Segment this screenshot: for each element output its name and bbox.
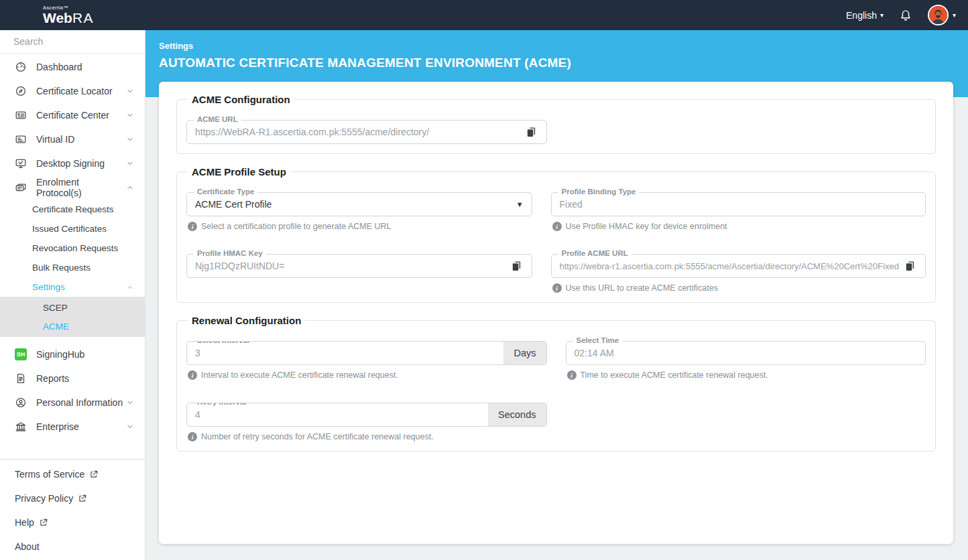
certificate-type-value: ACME Cert Profile bbox=[195, 199, 511, 210]
chevron-down-icon bbox=[126, 87, 134, 95]
app-logo: Ascertia™ WebRA bbox=[43, 5, 94, 25]
chevron-down-icon: ▾ bbox=[880, 11, 884, 19]
sidebar-item-label: Enrolment Protocol(s) bbox=[36, 177, 126, 198]
language-dropdown[interactable]: English ▾ bbox=[846, 10, 884, 21]
sidebar-item-label: Certificate Requests bbox=[32, 204, 114, 214]
chevron-down-icon bbox=[126, 159, 134, 167]
search-input[interactable] bbox=[13, 36, 135, 47]
sidebar-item-personal-information[interactable]: Personal Information bbox=[0, 391, 145, 415]
sidebar-item-label: Reports bbox=[36, 373, 69, 384]
chevron-down-icon: ▾ bbox=[953, 11, 956, 19]
chevron-down-icon bbox=[126, 399, 134, 407]
field-hint: i Use this URL to create ACME certificat… bbox=[552, 283, 926, 293]
retry-interval-field: Retry Interval 4 Seconds bbox=[186, 403, 547, 427]
sidebar-search bbox=[0, 30, 145, 54]
dashboard-icon bbox=[15, 61, 27, 73]
certificate-type-select[interactable]: Certificate Type ACME Cert Profile ▼ bbox=[186, 192, 532, 216]
chevron-up-icon bbox=[126, 184, 134, 192]
sidebar-item-enrolment-protocols[interactable]: Enrolment Protocol(s) bbox=[0, 176, 145, 200]
link-label: About bbox=[15, 541, 40, 552]
link-label: Help bbox=[15, 517, 34, 528]
link-label: Privacy Policy bbox=[15, 493, 73, 504]
info-icon: i bbox=[552, 283, 562, 293]
person-icon bbox=[15, 397, 27, 409]
field-hint: i Number of retry seconds for ACME certi… bbox=[188, 432, 547, 441]
sidebar-item-enterprise[interactable]: Enterprise bbox=[0, 415, 145, 439]
id-card-icon bbox=[15, 133, 27, 145]
chevron-up-icon bbox=[126, 283, 134, 291]
sidebar-footer: Terms of Service Privacy Policy Help Abo… bbox=[0, 459, 145, 560]
section-title: Renewal Configuration bbox=[188, 315, 305, 326]
external-link-icon bbox=[78, 494, 87, 503]
unit-suffix: Days bbox=[503, 341, 546, 365]
sidebar-item-revocation-requests[interactable]: Revocation Requests bbox=[0, 238, 145, 258]
chevron-down-icon bbox=[126, 111, 134, 119]
signinghub-icon: SH bbox=[15, 348, 27, 360]
sidebar-item-label: Personal Information bbox=[36, 397, 123, 408]
hint-text: Use Profile HMAC key for device enrolmen… bbox=[566, 222, 727, 231]
field-label: Profile ACME URL bbox=[558, 249, 631, 257]
sidebar-item-label: Enterprise bbox=[36, 421, 79, 432]
sidebar-item-label: Certificate Locator bbox=[36, 86, 113, 96]
privacy-policy-link[interactable]: Privacy Policy bbox=[0, 486, 145, 510]
link-label: Terms of Service bbox=[15, 469, 84, 480]
topbar: Ascertia™ WebRA English ▾ ▾ bbox=[0, 0, 968, 30]
select-interval-value: 3 bbox=[195, 348, 503, 358]
info-icon: i bbox=[552, 222, 562, 231]
help-link[interactable]: Help bbox=[0, 510, 145, 535]
field-hint: i Use Profile HMAC key for device enrolm… bbox=[552, 222, 926, 231]
section-acme-configuration: ACME Configuration ACME URL https://WebR… bbox=[176, 94, 936, 154]
retry-interval-value: 4 bbox=[195, 409, 488, 420]
copy-icon[interactable] bbox=[526, 126, 537, 139]
sidebar-nav: Dashboard Certificate Locator Certificat… bbox=[0, 54, 145, 459]
external-link-icon bbox=[39, 518, 48, 527]
sidebar-item-certificate-locator[interactable]: Certificate Locator bbox=[0, 79, 145, 103]
sidebar-item-certificate-requests[interactable]: Certificate Requests bbox=[0, 200, 145, 219]
sidebar-item-dashboard[interactable]: Dashboard bbox=[0, 55, 145, 79]
chevron-down-icon bbox=[126, 423, 134, 431]
profile-acme-url-value: https://webra-r1.ascertia.com.pk:5555/ac… bbox=[560, 261, 899, 271]
sidebar-item-certificate-center[interactable]: Certificate Center bbox=[0, 103, 145, 127]
info-icon: i bbox=[188, 370, 197, 380]
brand-ascertia: Ascertia™ bbox=[43, 5, 94, 11]
sidebar-item-scep[interactable]: SCEP bbox=[0, 298, 145, 317]
notifications-bell-icon[interactable] bbox=[898, 8, 913, 23]
profile-hmac-key-field: Profile HMAC Key Njg1RDQzRUItNDU= bbox=[186, 254, 532, 278]
sidebar-item-label: Virtual ID bbox=[36, 134, 74, 145]
field-label: Certificate Type bbox=[194, 188, 257, 196]
sidebar-item-settings[interactable]: Settings bbox=[0, 277, 145, 297]
chevron-down-icon bbox=[126, 135, 134, 143]
section-acme-profile-setup: ACME Profile Setup Certificate Type ACME… bbox=[176, 166, 936, 303]
hint-text: Interval to execute ACME certificate ren… bbox=[201, 370, 398, 380]
sidebar-item-label: Revocation Requests bbox=[32, 243, 118, 253]
external-link-icon bbox=[89, 470, 99, 479]
acme-url-value: https://WebRA-R1.ascertia.com.pk:5555/ac… bbox=[195, 127, 520, 137]
profile-binding-type-field: Profile Binding Type Fixed bbox=[551, 192, 926, 216]
sidebar-item-acme[interactable]: ACME bbox=[0, 317, 145, 336]
protocols-icon bbox=[15, 182, 27, 194]
profile-hmac-key-value: Njg1RDQzRUItNDU= bbox=[195, 261, 505, 271]
terms-of-service-link[interactable]: Terms of Service bbox=[0, 462, 145, 486]
desktop-icon bbox=[15, 157, 27, 169]
sidebar-item-issued-certificates[interactable]: Issued Certificates bbox=[0, 219, 145, 238]
field-label: Select Time bbox=[573, 336, 623, 344]
copy-icon[interactable] bbox=[511, 260, 522, 273]
sidebar-item-label: Issued Certificates bbox=[32, 224, 107, 234]
sidebar-item-desktop-signing[interactable]: Desktop Signing bbox=[0, 151, 145, 176]
copy-icon[interactable] bbox=[904, 260, 916, 273]
sidebar-item-bulk-requests[interactable]: Bulk Requests bbox=[0, 258, 145, 277]
brand-web: Web bbox=[43, 10, 72, 25]
compass-icon bbox=[15, 85, 27, 97]
select-arrow-icon: ▼ bbox=[516, 200, 524, 208]
sidebar-item-virtual-id[interactable]: Virtual ID bbox=[0, 127, 145, 151]
avatar bbox=[928, 5, 949, 25]
sidebar-item-label: Dashboard bbox=[36, 62, 82, 72]
unit-suffix: Seconds bbox=[488, 403, 546, 427]
field-label: Retry Interval bbox=[194, 403, 250, 406]
sidebar-item-signinghub[interactable]: SH SigningHub bbox=[0, 342, 145, 366]
about-link[interactable]: About bbox=[0, 535, 145, 559]
user-menu[interactable]: ▾ bbox=[928, 5, 956, 25]
hint-text: Time to execute ACME certificate renewal… bbox=[581, 370, 768, 380]
language-label: English bbox=[846, 10, 877, 21]
sidebar-item-reports[interactable]: Reports bbox=[0, 366, 145, 391]
